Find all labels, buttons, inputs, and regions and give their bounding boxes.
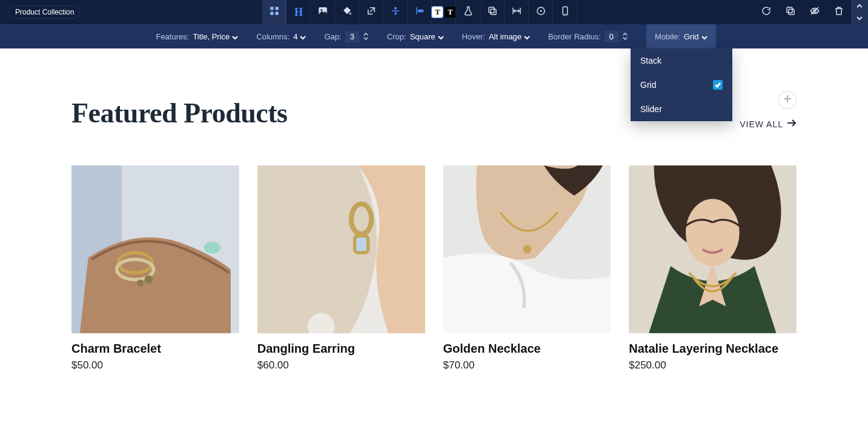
chevron-up-icon [363,33,369,36]
open-external-icon [366,5,377,19]
mobile-option-slider[interactable]: Slider [631,97,732,121]
toolbar-icons: H T T [262,0,577,24]
mobile-select[interactable]: Mobile: Grid [646,24,715,48]
svg-point-23 [204,242,221,253]
product-card[interactable]: Dangling Earring $60.00 [257,165,425,371]
duplicate-icon [785,5,796,19]
arrow-right-icon [787,119,797,129]
flask-icon [463,5,474,19]
delete-button[interactable] [827,0,851,24]
mobile-option-stack[interactable]: Stack [631,48,732,73]
product-title: Natalie Layering Necklace [629,342,797,356]
heading-icon: H [294,6,303,19]
add-section-button[interactable] [778,91,797,109]
product-card[interactable]: Charm Bracelet $50.00 [71,165,239,371]
heading-button[interactable]: H [287,0,311,24]
product-image [257,165,425,333]
mobile-option-label: Slider [640,104,662,114]
align-left-icon [414,5,425,19]
chevron-down-icon [300,33,306,39]
svg-rect-14 [789,9,794,15]
gap-label: Gap: [324,32,341,41]
product-card[interactable]: Golden Necklace $70.00 [443,165,611,371]
chevron-up-icon [622,33,628,36]
open-external-button[interactable] [359,0,383,24]
align-vertical-button[interactable] [383,0,408,24]
svg-rect-8 [491,9,496,15]
text-style-toggle[interactable]: T T [432,0,456,24]
columns-label: Columns: [256,32,290,41]
refresh-icon [761,5,772,19]
chevron-down-icon [438,33,444,39]
svg-rect-1 [275,7,278,10]
features-value: Title, Price [193,32,230,41]
chevron-down-icon [622,37,628,41]
svg-rect-15 [787,7,792,13]
width-button[interactable] [505,0,529,24]
view-all-link[interactable]: VIEW ALL [740,119,797,129]
product-title: Golden Necklace [443,342,611,356]
gap-input[interactable]: Gap: 3 [324,31,368,42]
copy-icon [487,5,498,19]
features-select[interactable]: Features: Title, Price [156,32,238,41]
move-up-button[interactable] [851,0,868,12]
eye-off-icon [809,5,820,19]
chevron-down-icon [701,33,707,39]
chevron-down-icon [232,33,238,39]
product-title: Charm Bracelet [71,342,239,356]
block-type-label[interactable]: Product Collection [8,5,81,19]
grid-icon [269,5,280,19]
mobile-option-grid[interactable]: Grid [631,73,732,97]
reorder-arrows[interactable] [851,0,868,24]
section-title[interactable]: Featured Products [71,97,288,129]
gap-stepper[interactable] [363,33,369,41]
svg-rect-26 [354,236,368,253]
svg-point-11 [540,10,542,12]
chevron-down-icon [856,13,863,24]
border-radius-value[interactable]: 0 [605,31,618,42]
chevron-down-icon [524,33,530,39]
svg-point-5 [320,9,322,11]
product-title: Dangling Earring [257,342,425,356]
width-icon [511,5,522,19]
move-down-button[interactable] [851,12,868,24]
experiment-button[interactable] [456,0,480,24]
trash-icon [833,5,844,19]
hover-select[interactable]: Hover: Alt image [462,32,531,41]
columns-select[interactable]: Columns: 4 [256,32,306,41]
align-vertical-icon [390,5,401,19]
product-card[interactable]: Natalie Layering Necklace $250.00 [629,165,797,371]
svg-point-29 [523,245,531,253]
target-button[interactable] [529,0,553,24]
plus-icon [783,95,792,105]
gap-value[interactable]: 3 [345,31,359,42]
align-left-button[interactable] [408,0,432,24]
svg-rect-3 [275,12,278,15]
paint-bucket-icon [342,5,353,19]
background-color-button[interactable] [335,0,359,24]
refresh-button[interactable] [754,0,778,24]
crop-value: Square [410,32,436,41]
svg-rect-0 [270,7,273,10]
visibility-button[interactable] [803,0,827,24]
svg-rect-2 [270,12,273,15]
crop-select[interactable]: Crop: Square [387,32,444,41]
text-dark-icon: T [445,7,456,18]
grid-layout-button[interactable] [262,0,287,24]
svg-point-6 [350,13,351,15]
product-price: $250.00 [629,359,797,371]
chevron-down-icon [363,37,369,41]
border-radius-input[interactable]: Border Radius: 0 [548,31,628,42]
image-button[interactable] [311,0,335,24]
duplicate-button[interactable] [778,0,803,24]
svg-point-13 [565,13,566,15]
hover-value: Alt image [489,32,522,41]
mobile-option-label: Stack [640,56,661,65]
mobile-preview-button[interactable] [553,0,577,24]
product-price: $70.00 [443,359,611,371]
copy-button[interactable] [480,0,505,24]
radius-stepper[interactable] [622,33,628,41]
svg-rect-7 [418,10,423,13]
hover-label: Hover: [462,32,485,41]
mobile-dropdown: Stack Grid Slider [631,48,732,121]
